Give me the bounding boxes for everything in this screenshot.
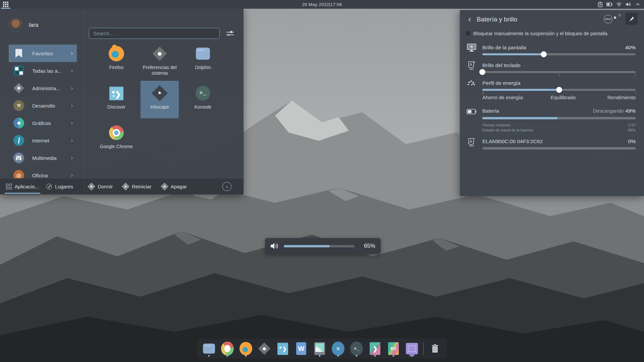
desktop: 20 May 2022|17:06 lara — [0, 0, 644, 362]
dock-firefox[interactable] — [239, 340, 253, 357]
wifi-icon[interactable] — [616, 1, 622, 7]
user-avatar[interactable] — [9, 18, 23, 32]
dock-separator — [423, 342, 424, 355]
dock-kv-suite[interactable]: KV — [386, 340, 400, 357]
user-name: lara — [29, 22, 38, 28]
power-profile-slider[interactable] — [482, 87, 636, 93]
more-options-button[interactable]: ••• — [604, 15, 612, 23]
keyboard-brightness-slider[interactable] — [482, 69, 636, 75]
shutdown-icon — [160, 182, 168, 190]
battery-icon[interactable] — [606, 1, 612, 7]
search-filter-icon[interactable] — [225, 29, 235, 38]
discover-icon: ❯ — [108, 85, 124, 101]
bookmark-icon — [13, 48, 24, 59]
battery-progress-bar — [482, 117, 636, 119]
dock-kdenlive[interactable] — [368, 340, 382, 357]
pin-button[interactable] — [626, 13, 638, 25]
kv-suite-icon: KV — [388, 342, 399, 355]
chevron-right-icon: › — [71, 103, 73, 109]
dock-vscode[interactable]: ✕ — [331, 340, 345, 357]
battery-brightness-panel: ‹ Batería y brillo ••• Bloquear manualme… — [460, 10, 644, 196]
dock-trash[interactable] — [428, 340, 442, 357]
peripheral-label: ELAN900C:00 04F3:2C62 — [482, 138, 543, 144]
clock[interactable]: 20 May 2022|17:06 — [0, 2, 644, 7]
office-icon: @ — [13, 170, 24, 178]
lock-suspend-checkbox[interactable] — [465, 31, 471, 36]
volume-icon[interactable] — [625, 1, 631, 7]
battery-health: Estado de salud de la batería: 96% — [482, 128, 636, 132]
peripheral-battery-icon: A — [465, 136, 478, 148]
restart-button[interactable]: Reiniciar — [123, 184, 151, 189]
volume-slider[interactable] — [284, 245, 355, 247]
system-settings-icon — [258, 343, 271, 355]
app-firefox[interactable]: Firefox — [97, 41, 136, 79]
chevron-right-icon: › — [71, 68, 73, 74]
peripheral-value: 0% — [628, 138, 636, 144]
footer-divider — [84, 181, 84, 192]
speaker-icon — [270, 242, 279, 250]
app-dolphin[interactable]: Dolphin — [184, 41, 222, 79]
sidebar-item-administracion[interactable]: Administra... › — [9, 79, 77, 97]
dock-konsole[interactable]: >_ — [350, 340, 364, 357]
battery-status-icon — [465, 105, 478, 118]
chevron-right-icon: › — [71, 120, 73, 126]
dock-dolphin[interactable] — [202, 340, 216, 357]
sidebar-item-graficos[interactable]: Gráficos › — [9, 114, 77, 132]
back-chevron-button[interactable]: ‹ — [465, 15, 474, 24]
sidebar-item-multimedia[interactable]: Multimedia › — [9, 149, 77, 167]
restart-icon — [122, 182, 130, 190]
chevron-up-icon[interactable] — [635, 1, 641, 7]
chrome-icon — [108, 125, 124, 141]
dock-chromium[interactable] — [220, 340, 234, 357]
battery-time-remaining: Tiempo restante: 2:57 — [482, 123, 636, 127]
firefox-icon — [108, 46, 124, 62]
dock-gwenview[interactable] — [313, 340, 327, 357]
sidebar-item-desarrollo[interactable]: ⚒ Desarrollo › — [9, 97, 77, 114]
app-discover[interactable]: ❯ Discover — [97, 81, 136, 118]
firefox-icon — [239, 342, 252, 355]
slider-handle[interactable] — [556, 87, 562, 93]
sidebar-item-favoritos[interactable]: Favoritos › — [9, 45, 77, 62]
dock-word-processor[interactable]: W — [294, 340, 308, 357]
profile-option-rendimiento[interactable]: Rendimiento — [607, 95, 636, 100]
shutdown-button[interactable]: Apagar — [162, 184, 187, 189]
dock-system-settings[interactable] — [257, 340, 271, 357]
sidebar-item-todas-las-aplicaciones[interactable]: Todas las a... › — [9, 62, 77, 79]
system-tray — [597, 1, 644, 7]
screen-brightness-label: Brillo de la pantalla — [482, 45, 526, 51]
internet-icon — [13, 135, 24, 146]
tab-aplicaciones[interactable]: Aplicacio... — [5, 179, 40, 195]
app-preferencias-del-sistema[interactable]: Preferencias del sistema — [141, 41, 179, 79]
app-google-chrome[interactable]: Google Chrome — [97, 120, 136, 158]
slider-handle[interactable] — [479, 69, 485, 75]
volume-osd: 65% — [265, 238, 381, 254]
running-indicator — [393, 355, 394, 357]
places-compass-icon — [46, 184, 52, 189]
sidebar-item-oficina[interactable]: @ Oficina › — [9, 167, 77, 178]
dolphin-icon — [195, 46, 211, 62]
active-tab-underline — [5, 193, 40, 194]
power-profile-icon — [465, 77, 478, 89]
screen-brightness-slider[interactable] — [482, 51, 636, 57]
search-input[interactable] — [89, 28, 220, 39]
graphics-icon — [13, 118, 24, 128]
collapse-chevron-button[interactable]: ‹ — [222, 182, 231, 191]
running-indicator — [337, 355, 339, 357]
app-konsole[interactable]: >_ Konsole — [184, 81, 222, 118]
konsole-icon: >_ — [350, 342, 363, 356]
tab-lugares[interactable]: Lugares — [45, 179, 74, 195]
sleep-button[interactable]: Dormir — [89, 184, 113, 189]
multimedia-icon — [13, 153, 24, 163]
discover-icon — [277, 342, 288, 355]
launcher-sidebar: Favoritos › Todas las a... › Administra.… — [0, 45, 84, 178]
slider-handle[interactable] — [541, 51, 547, 57]
konsole-icon: >_ — [195, 85, 211, 101]
app-inkscape[interactable]: Inkscape — [141, 81, 179, 118]
launcher-divider — [84, 9, 84, 194]
clipboard-icon[interactable] — [597, 1, 603, 7]
dock-spectacle[interactable] — [405, 340, 419, 357]
sidebar-item-internet[interactable]: Internet › — [9, 132, 77, 149]
peripheral-progress-bar — [482, 147, 636, 149]
dock-discover[interactable] — [276, 340, 290, 357]
running-indicator — [374, 355, 376, 357]
